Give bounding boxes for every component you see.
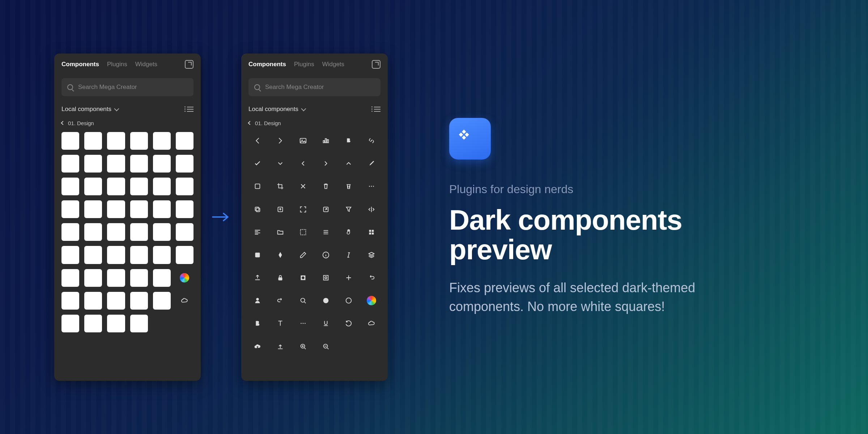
component-thumb-chart[interactable]: [317, 132, 335, 150]
component-thumb-italic[interactable]: [340, 246, 358, 264]
component-thumb[interactable]: [153, 178, 171, 195]
chevron-down-icon[interactable]: [114, 106, 119, 111]
component-thumb[interactable]: [130, 269, 148, 287]
popout-icon[interactable]: [185, 60, 193, 69]
component-thumb-mask[interactable]: [294, 269, 312, 287]
component-thumb-blob[interactable]: [317, 292, 335, 310]
component-thumb[interactable]: [61, 178, 79, 195]
component-thumb-shape[interactable]: [248, 246, 266, 264]
component-thumb-filter[interactable]: [340, 200, 358, 218]
chevron-down-icon[interactable]: [301, 106, 306, 111]
breadcrumb[interactable]: 01. Design: [61, 120, 193, 126]
component-thumb-paint[interactable]: [363, 155, 380, 173]
component-thumb-zoom-out[interactable]: [317, 337, 335, 355]
component-thumb-text[interactable]: [271, 315, 289, 332]
component-thumb[interactable]: [176, 155, 193, 173]
component-thumb-user[interactable]: [248, 292, 266, 310]
component-thumb[interactable]: [61, 200, 79, 218]
component-thumb[interactable]: [153, 269, 171, 287]
component-thumb[interactable]: [130, 223, 148, 241]
component-thumb-folder[interactable]: [271, 223, 289, 241]
component-thumb-trash[interactable]: [317, 178, 335, 195]
component-thumb[interactable]: [84, 223, 102, 241]
component-thumb-upload[interactable]: [248, 269, 266, 287]
component-thumb-underline[interactable]: [317, 315, 335, 332]
tab-plugins[interactable]: Plugins: [107, 61, 127, 68]
tab-components[interactable]: Components: [61, 61, 99, 68]
component-thumb-chevron-up[interactable]: [340, 155, 358, 173]
component-thumb-chevron-down[interactable]: [271, 155, 289, 173]
component-thumb-bold[interactable]: [340, 132, 358, 150]
list-view-icon[interactable]: [187, 107, 193, 112]
component-thumb-chevron-left[interactable]: [294, 155, 312, 173]
component-thumb[interactable]: [153, 132, 171, 150]
component-thumb[interactable]: [153, 223, 171, 241]
component-thumb-flip[interactable]: [363, 200, 380, 218]
component-thumb[interactable]: [61, 292, 79, 310]
component-thumb[interactable]: [130, 178, 148, 195]
tab-widgets[interactable]: Widgets: [322, 61, 344, 68]
component-thumb[interactable]: [176, 246, 193, 264]
component-thumb-fullscreen[interactable]: [294, 200, 312, 218]
component-thumb[interactable]: [107, 132, 125, 150]
component-thumb-align-left[interactable]: [248, 223, 266, 241]
section-title[interactable]: Local components: [248, 106, 298, 113]
component-thumb-text-bold[interactable]: [248, 315, 266, 332]
tab-plugins[interactable]: Plugins: [294, 61, 314, 68]
component-thumb[interactable]: [61, 132, 79, 150]
section-title[interactable]: Local components: [61, 106, 111, 113]
component-thumb[interactable]: [130, 200, 148, 218]
component-thumb[interactable]: [84, 246, 102, 264]
component-thumb[interactable]: [130, 315, 148, 332]
component-thumb[interactable]: [61, 155, 79, 173]
component-thumb-lock[interactable]: [271, 269, 289, 287]
component-thumb[interactable]: [130, 292, 148, 310]
component-thumb[interactable]: [107, 315, 125, 332]
component-thumb-undo[interactable]: [271, 292, 289, 310]
component-thumb[interactable]: [107, 292, 125, 310]
component-thumb[interactable]: [130, 246, 148, 264]
list-view-icon[interactable]: [374, 107, 380, 112]
search-input[interactable]: Search Mega Creator: [248, 78, 380, 96]
component-thumb-color-wheel[interactable]: [363, 292, 380, 310]
component-thumb[interactable]: [84, 292, 102, 310]
component-thumb-arrow-left[interactable]: [248, 132, 266, 150]
component-thumb[interactable]: [176, 200, 193, 218]
breadcrumb[interactable]: 01. Design: [248, 120, 380, 126]
component-thumb[interactable]: [176, 292, 193, 310]
component-thumb-pen[interactable]: [271, 246, 289, 264]
component-thumb-image[interactable]: [294, 132, 312, 150]
component-thumb-close[interactable]: [294, 178, 312, 195]
component-thumb-search[interactable]: [294, 292, 312, 310]
component-thumb[interactable]: [61, 269, 79, 287]
component-thumb-crop[interactable]: [271, 178, 289, 195]
component-thumb-upload-2[interactable]: [271, 337, 289, 355]
component-thumb[interactable]: [107, 223, 125, 241]
component-thumb[interactable]: [107, 155, 125, 173]
component-thumb[interactable]: [61, 315, 79, 332]
component-thumb-dots[interactable]: [294, 315, 312, 332]
component-thumb-more[interactable]: [363, 178, 380, 195]
component-thumb-square[interactable]: [248, 178, 266, 195]
component-thumb[interactable]: [61, 223, 79, 241]
component-thumb[interactable]: [153, 200, 171, 218]
component-thumb[interactable]: [176, 269, 193, 287]
component-thumb-pencil[interactable]: [294, 246, 312, 264]
component-thumb-copy[interactable]: [248, 200, 266, 218]
component-thumb[interactable]: [153, 155, 171, 173]
component-thumb-check[interactable]: [248, 155, 266, 173]
component-thumb-grid[interactable]: [363, 223, 380, 241]
component-thumb[interactable]: [153, 292, 171, 310]
component-thumb[interactable]: [176, 223, 193, 241]
component-thumb-target[interactable]: [317, 269, 335, 287]
component-thumb[interactable]: [107, 246, 125, 264]
component-thumb[interactable]: [176, 178, 193, 195]
component-thumb[interactable]: [107, 269, 125, 287]
component-thumb[interactable]: [107, 178, 125, 195]
component-thumb[interactable]: [84, 155, 102, 173]
component-thumb[interactable]: [84, 200, 102, 218]
component-thumb-chevron-right[interactable]: [317, 155, 335, 173]
component-thumb[interactable]: [176, 132, 193, 150]
component-thumb[interactable]: [153, 246, 171, 264]
component-thumb[interactable]: [84, 269, 102, 287]
